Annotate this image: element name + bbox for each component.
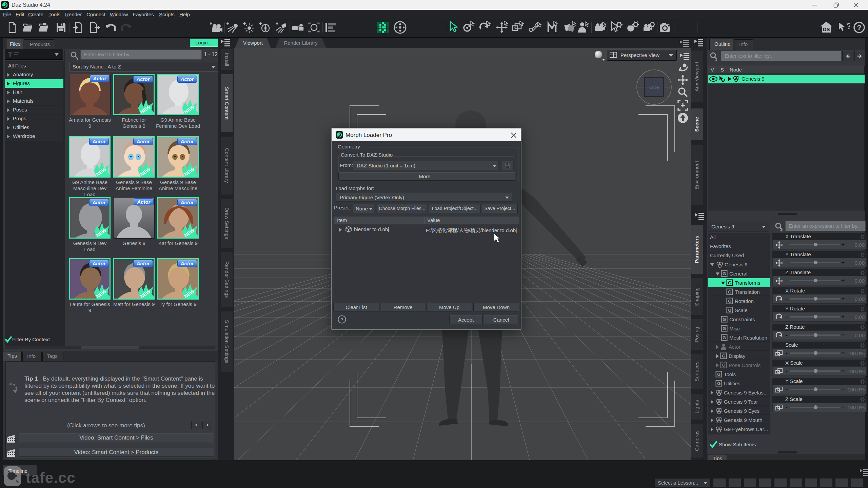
svg-text:?: ? <box>846 21 850 31</box>
svg-text:G: G <box>722 363 725 368</box>
svg-text:G: G <box>717 381 721 386</box>
svg-text:G: G <box>723 326 726 331</box>
svg-text:?: ? <box>857 23 861 32</box>
svg-text:DS: DS <box>823 26 830 32</box>
svg-text:G: G <box>728 299 731 304</box>
svg-text:G: G <box>717 372 721 377</box>
svg-text:Cube: Cube <box>649 85 659 90</box>
svg-text:G: G <box>722 353 725 359</box>
svg-text:G: G <box>723 317 726 322</box>
svg-text:G: G <box>728 280 731 285</box>
svg-text:G: G <box>728 308 731 313</box>
svg-text:G: G <box>723 271 726 276</box>
svg-text:?: ? <box>340 317 343 322</box>
svg-text:G: G <box>723 335 726 340</box>
svg-text:G: G <box>728 289 731 294</box>
